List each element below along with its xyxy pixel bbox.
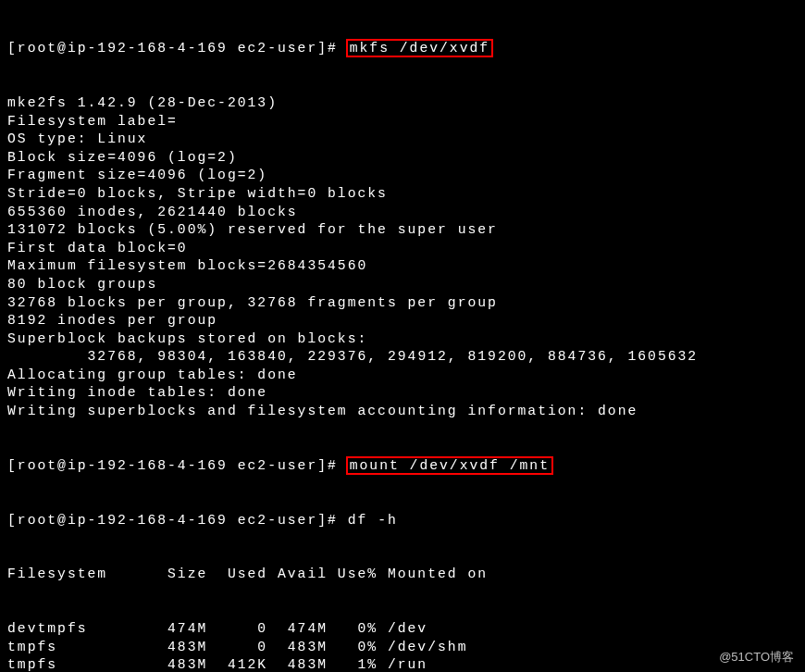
watermark: @51CTO博客 xyxy=(719,648,794,666)
mke2fs-line: 32768, 98304, 163840, 229376, 294912, 81… xyxy=(7,348,798,367)
mke2fs-output: mke2fs 1.42.9 (28-Dec-2013)Filesystem la… xyxy=(7,94,798,421)
df-row: tmpfs 483M 412K 483M 1% /run xyxy=(7,656,798,672)
prompt-line-df: [root@ip-192-168-4-169 ec2-user]# df -h xyxy=(7,512,798,530)
mke2fs-line: 655360 inodes, 2621440 blocks xyxy=(7,204,798,222)
mount-command: mount /dev/xvdf /mnt xyxy=(346,456,553,475)
df-output: devtmpfs 474M 0 474M 0% /devtmpfs 483M 0… xyxy=(7,620,798,672)
df-row: tmpfs 483M 0 483M 0% /dev/shm xyxy=(7,639,798,657)
shell-prompt: [root@ip-192-168-4-169 ec2-user]# xyxy=(7,41,348,56)
mke2fs-line: 80 block groups xyxy=(7,276,798,294)
mke2fs-line: Allocating group tables: done xyxy=(7,367,798,385)
mke2fs-line: Stride=0 blocks, Stripe width=0 blocks xyxy=(7,185,798,204)
mke2fs-line: First data block=0 xyxy=(7,240,798,258)
mke2fs-line: Superblock backups stored on blocks: xyxy=(7,330,798,349)
mke2fs-line: Fragment size=4096 (log=2) xyxy=(7,167,798,185)
mke2fs-line: Writing inode tables: done xyxy=(7,384,798,403)
mke2fs-line: Writing superblocks and filesystem accou… xyxy=(7,403,798,421)
shell-prompt: [root@ip-192-168-4-169 ec2-user]# xyxy=(7,513,348,528)
prompt-line-mkfs: [root@ip-192-168-4-169 ec2-user]# mkfs /… xyxy=(7,40,798,58)
df-command: df -h xyxy=(348,513,398,528)
mke2fs-line: Block size=4096 (log=2) xyxy=(7,149,798,168)
mkfs-command: mkfs /dev/xvdf xyxy=(346,39,493,57)
mke2fs-line: OS type: Linux xyxy=(7,131,798,149)
df-header: Filesystem Size Used Avail Use% Mounted … xyxy=(7,566,798,584)
mke2fs-line: mke2fs 1.42.9 (28-Dec-2013) xyxy=(7,94,798,113)
mke2fs-line: Maximum filesystem blocks=2684354560 xyxy=(7,257,798,276)
df-row: devtmpfs 474M 0 474M 0% /dev xyxy=(7,620,798,639)
mke2fs-line: 32768 blocks per group, 32768 fragments … xyxy=(7,294,798,313)
mke2fs-line: Filesystem label= xyxy=(7,113,798,131)
shell-prompt: [root@ip-192-168-4-169 ec2-user]# xyxy=(7,458,348,473)
prompt-line-mount: [root@ip-192-168-4-169 ec2-user]# mount … xyxy=(7,457,798,476)
mke2fs-line: 131072 blocks (5.00%) reserved for the s… xyxy=(7,221,798,240)
mke2fs-line: 8192 inodes per group xyxy=(7,312,798,330)
terminal-window[interactable]: [root@ip-192-168-4-169 ec2-user]# mkfs /… xyxy=(0,0,805,672)
